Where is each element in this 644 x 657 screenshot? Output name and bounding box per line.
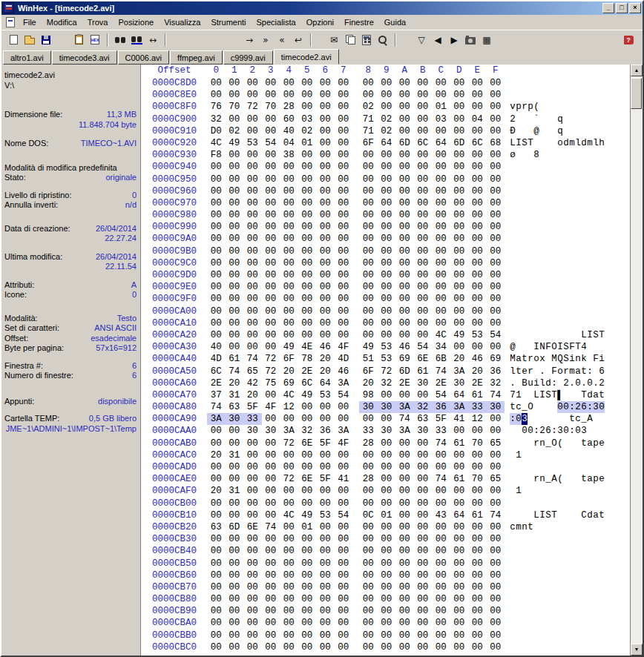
menu-item-visualizza[interactable]: Visualizza	[159, 16, 206, 28]
hex-byte[interactable]: 00	[414, 461, 433, 473]
ascii-char[interactable]	[516, 473, 522, 485]
hex-byte[interactable]: 00	[335, 545, 353, 557]
hex-byte[interactable]: 00	[432, 125, 450, 137]
help-button[interactable]	[620, 32, 637, 48]
ascii-char[interactable]	[522, 341, 528, 353]
hex-byte[interactable]: 2E	[298, 366, 317, 377]
jump-back-button[interactable]: «	[274, 32, 290, 48]
hex-byte[interactable]: 00	[280, 306, 298, 317]
ascii-char[interactable]	[533, 521, 539, 533]
ascii-char[interactable]	[563, 125, 569, 137]
hex-byte[interactable]: 00	[414, 581, 433, 593]
ascii-char[interactable]	[593, 281, 599, 293]
ascii-char[interactable]	[539, 401, 545, 413]
hex-byte[interactable]: 00	[243, 317, 262, 329]
hex-byte[interactable]: 6E	[243, 521, 262, 533]
hex-byte[interactable]: 61	[414, 366, 433, 377]
hex-byte[interactable]: 2E	[468, 377, 487, 389]
ascii-char[interactable]	[563, 149, 569, 161]
hex-byte[interactable]: 00	[359, 605, 378, 617]
hex-byte[interactable]: 00	[395, 317, 414, 329]
replace-hex-button[interactable]: ↔	[145, 32, 161, 48]
menu-item-trova[interactable]: Trova	[82, 16, 114, 28]
hex-byte[interactable]: 00	[359, 149, 378, 161]
ascii-char[interactable]	[569, 77, 575, 89]
hex-byte[interactable]: 00	[335, 245, 353, 257]
hex-byte[interactable]: 00	[207, 533, 226, 545]
ascii-char[interactable]	[522, 533, 528, 545]
ascii-char[interactable]	[522, 174, 528, 185]
ascii-char[interactable]	[581, 581, 587, 593]
ascii-char[interactable]: C	[581, 509, 587, 521]
hex-byte[interactable]: 00	[359, 221, 378, 233]
hex-byte[interactable]: 00	[298, 329, 317, 341]
hex-byte[interactable]: 46	[468, 353, 487, 365]
ascii-char[interactable]: 7	[510, 389, 516, 401]
ascii-char[interactable]: l	[593, 137, 599, 149]
hex-byte[interactable]: 32	[378, 377, 396, 389]
hex-byte[interactable]: 00	[395, 161, 414, 173]
hex-byte[interactable]: 00	[395, 174, 414, 185]
hex-byte[interactable]: 00	[335, 413, 353, 425]
hex-byte[interactable]: 00	[335, 281, 353, 293]
menu-item-finestre[interactable]: Finestre	[339, 16, 379, 28]
ascii-char[interactable]	[516, 89, 522, 101]
ascii-char[interactable]	[569, 533, 575, 545]
ascii-char[interactable]: L	[533, 389, 539, 401]
hex-byte[interactable]: 00	[335, 257, 353, 269]
hex-byte[interactable]: 00	[335, 269, 353, 281]
ascii-char[interactable]	[569, 605, 575, 617]
ascii-char[interactable]	[510, 473, 516, 485]
hex-byte[interactable]: 00	[359, 329, 378, 341]
ascii-char[interactable]	[563, 317, 569, 329]
hex-byte[interactable]: 00	[335, 569, 353, 581]
ascii-char[interactable]: a	[516, 353, 522, 365]
ascii-char[interactable]	[593, 77, 599, 89]
hex-byte[interactable]: 69	[395, 353, 414, 365]
ascii-char[interactable]: T	[551, 509, 557, 521]
hex-byte[interactable]: 00	[468, 149, 487, 161]
ascii-char[interactable]: o	[557, 137, 563, 149]
ascii-char[interactable]	[528, 149, 533, 161]
ascii-char[interactable]	[563, 461, 569, 473]
hex-byte[interactable]: 00	[395, 233, 414, 245]
ascii-char[interactable]	[557, 185, 563, 197]
ascii-char[interactable]	[581, 558, 587, 569]
ascii-char[interactable]	[528, 293, 533, 305]
hex-byte[interactable]: 00	[207, 233, 226, 245]
hex-byte[interactable]: 00	[243, 257, 262, 269]
hex-byte[interactable]: 00	[335, 174, 353, 185]
ascii-char[interactable]: 0	[563, 401, 569, 413]
hex-byte[interactable]: 00	[316, 257, 335, 269]
ascii-char[interactable]	[516, 533, 522, 545]
ascii-char[interactable]	[539, 174, 545, 185]
ascii-char[interactable]	[593, 233, 599, 245]
hex-byte[interactable]: 00	[243, 281, 262, 293]
hex-byte[interactable]: 00	[395, 473, 414, 485]
hex-byte[interactable]: 00	[226, 329, 244, 341]
hex-byte[interactable]: 20	[243, 389, 262, 401]
ascii-char[interactable]	[593, 569, 599, 581]
ascii-char[interactable]: :	[551, 425, 557, 437]
filter-button[interactable]: ▽	[413, 32, 430, 48]
hex-byte[interactable]: 54	[414, 341, 433, 353]
hex-byte[interactable]: 64	[378, 137, 396, 149]
ascii-char[interactable]: 0	[587, 377, 593, 389]
ascii-char[interactable]	[516, 197, 522, 209]
hex-byte[interactable]: 31	[226, 449, 244, 461]
hex-byte[interactable]: 53	[378, 353, 396, 365]
hex-byte[interactable]: 4E	[298, 341, 317, 353]
hex-byte[interactable]: 00	[432, 617, 450, 629]
ascii-char[interactable]	[587, 521, 593, 533]
ascii-char[interactable]	[539, 569, 545, 581]
ascii-char[interactable]	[516, 593, 522, 605]
hex-byte[interactable]: 53	[316, 509, 335, 521]
hex-byte[interactable]: 00	[414, 306, 433, 317]
hex-byte[interactable]: 00	[432, 281, 450, 293]
hex-byte[interactable]: 20	[207, 485, 226, 497]
ascii-char[interactable]: t	[569, 413, 575, 425]
hex-byte[interactable]: 30	[450, 377, 469, 389]
ascii-char[interactable]	[510, 245, 516, 257]
hex-byte[interactable]: 00	[262, 317, 280, 329]
hex-byte[interactable]: 00	[207, 581, 226, 593]
